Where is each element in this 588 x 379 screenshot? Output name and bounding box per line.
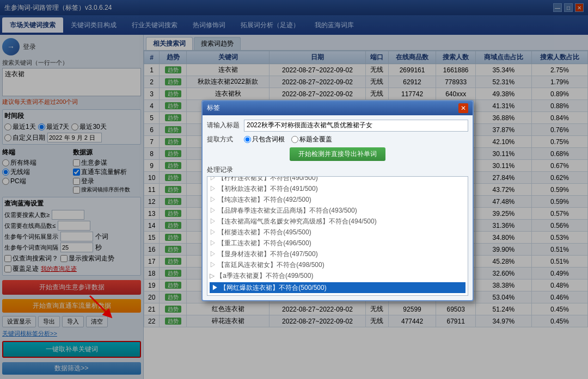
log-item: ▷ 【框篓连衣裙】不符合(495/500) [210,227,465,238]
log-item: ▷ 【柠柠连衣裙女】不符合(490/500) [210,176,465,183]
detect-button[interactable]: 开始检测并直接导出补单词 [290,147,385,161]
log-container[interactable]: ▷ 【大码巨显瘦连衣裙】不符合(488/500)▷ 【改良旗袍裙连衣裙】不符合(… [207,176,468,296]
dialog-overlay: 标签 ✕ 请输入标题 提取方式 只包含词根 [0,0,588,379]
dialog-input-label: 请输入标题 [207,121,240,130]
log-item: ▷ 【纯凉连衣裙】不符合(492/500) [210,194,465,205]
dialog-radio-group: 只包含词根 标题全覆盖 [244,135,332,144]
log-item: ▷ 【重工连衣裙】不符合(496/500) [210,238,465,248]
dialog-pickup-label: 提取方式 [207,135,240,144]
dialog-title-input[interactable] [244,120,468,132]
log-item: ▷ 【显身材连衣裙】不符合(497/500) [210,248,465,259]
log-item: ▷ 【连衣裙高端气质名媛女神究高级感】不符合(494/500) [210,216,465,227]
log-section: 处理记录 ▷ 【大码巨显瘦连衣裙】不符合(488/500)▷ 【改良旗袍裙连衣裙… [207,165,468,296]
log-title: 处理记录 [207,165,468,175]
log-item: ▷ 【a季连衣裙夏】不符合(499/500) [210,270,465,281]
dialog-close-button[interactable]: ✕ [458,103,468,113]
radio-full-cover[interactable]: 标题全覆盖 [291,135,332,144]
log-item: ▷ 【富廷风连衣裙女】不符合(498/500) [210,259,465,270]
dialog-radio-row: 提取方式 只包含词根 标题全覆盖 [207,135,468,144]
dialog-title: 标签 [207,103,220,113]
log-item: ▷ 【品牌春季连衣裙女正品商场】不符合(493/500) [210,205,465,216]
dialog-title-bar: 标签 ✕ [203,101,473,115]
log-item: ▷ 【初秋款连衣裙】不符合(491/500) [210,183,465,194]
dialog: 标签 ✕ 请输入标题 提取方式 只包含词根 [201,100,474,301]
radio-only-root[interactable]: 只包含词根 [244,135,285,144]
detect-btn-row: 开始检测并直接导出补单词 [207,147,468,161]
dialog-body: 请输入标题 提取方式 只包含词根 标题全覆盖 [203,115,473,300]
dialog-input-row: 请输入标题 [207,120,468,132]
log-item: ▶ 【网红爆款连衣裙】不符合(500/500) [210,282,465,293]
